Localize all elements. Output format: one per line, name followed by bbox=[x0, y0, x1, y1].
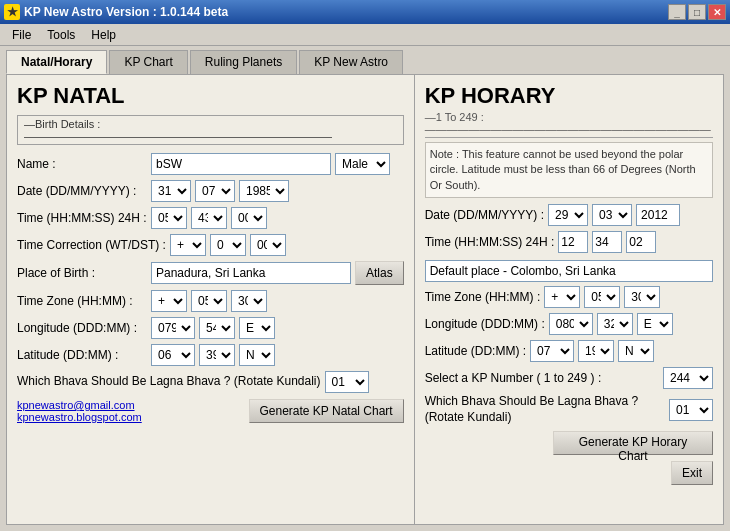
h-lon-dir-select[interactable]: E W bbox=[637, 313, 673, 335]
close-button[interactable]: ✕ bbox=[708, 4, 726, 20]
blog-link[interactable]: kpnewastro.blogspot.com bbox=[17, 411, 142, 423]
time-row: Time (HH:MM:SS) 24H : 05 43 00 bbox=[17, 207, 404, 229]
kp-number-label: Select a KP Number ( 1 to 249 ) : bbox=[425, 371, 659, 385]
h-date-year-input[interactable] bbox=[636, 204, 680, 226]
menu-file[interactable]: File bbox=[4, 26, 39, 44]
atlas-button[interactable]: Atlas bbox=[355, 261, 404, 285]
h-date-month-select[interactable]: 03 bbox=[592, 204, 632, 226]
time-mm-select[interactable]: 43 bbox=[191, 207, 227, 229]
lon-dir-select[interactable]: E W bbox=[239, 317, 275, 339]
h-lon-label: Longitude (DDD:MM) : bbox=[425, 317, 545, 331]
h-time-ss-input[interactable] bbox=[626, 231, 656, 253]
natal-title: KP NATAL bbox=[17, 83, 404, 109]
lat-dir-select[interactable]: N S bbox=[239, 344, 275, 366]
name-label: Name : bbox=[17, 157, 147, 171]
h-date-label: Date (DD/MM/YYYY) : bbox=[425, 208, 544, 222]
natal-panel: KP NATAL —Birth Details :———————————————… bbox=[7, 75, 415, 524]
h-tz-hh-select[interactable]: 05 bbox=[584, 286, 620, 308]
main-content: KP NATAL —Birth Details :———————————————… bbox=[6, 74, 724, 525]
minimize-button[interactable]: _ bbox=[668, 4, 686, 20]
horary-title: KP HORARY bbox=[425, 83, 713, 109]
bhava-select[interactable]: 01 bbox=[325, 371, 369, 393]
h-bhava-row: Which Bhava Should Be Lagna Bhava ? (Rot… bbox=[425, 394, 713, 425]
email-link[interactable]: kpnewastro@gmail.com bbox=[17, 399, 142, 411]
time-ss-select[interactable]: 00 bbox=[231, 207, 267, 229]
date-row: Date (DD/MM/YYYY) : 31 07 1985 bbox=[17, 180, 404, 202]
exit-button[interactable]: Exit bbox=[671, 461, 713, 485]
h-tz-sign-select[interactable]: + - bbox=[544, 286, 580, 308]
longitude-label: Longitude (DDD:MM) : bbox=[17, 321, 147, 335]
menu-tools[interactable]: Tools bbox=[39, 26, 83, 44]
time-correction-label: Time Correction (WT/DST) : bbox=[17, 238, 166, 252]
name-row: Name : Male Female bbox=[17, 153, 404, 175]
h-tz-mm-select[interactable]: 30 bbox=[624, 286, 660, 308]
tz-hh-select[interactable]: 05 bbox=[191, 290, 227, 312]
tab-kp-new-astro[interactable]: KP New Astro bbox=[299, 50, 403, 74]
generate-natal-button[interactable]: Generate KP Natal Chart bbox=[249, 399, 404, 423]
menu-help[interactable]: Help bbox=[83, 26, 124, 44]
place-row: Place of Birth : Atlas bbox=[17, 261, 404, 285]
date-year-select[interactable]: 1985 bbox=[239, 180, 289, 202]
menu-bar: File Tools Help bbox=[0, 24, 730, 46]
tab-kp-chart[interactable]: KP Chart bbox=[109, 50, 187, 74]
h-lon-deg-select[interactable]: 080 bbox=[549, 313, 593, 335]
date-day-select[interactable]: 31 bbox=[151, 180, 191, 202]
time-correction-row: Time Correction (WT/DST) : + - 0 00 bbox=[17, 234, 404, 256]
h-lat-dir-select[interactable]: N S bbox=[618, 340, 654, 362]
tc-hours-select[interactable]: 0 bbox=[210, 234, 246, 256]
tab-bar: Natal/Horary KP Chart Ruling Planets KP … bbox=[0, 46, 730, 74]
tc-sign-select[interactable]: + - bbox=[170, 234, 206, 256]
h-lat-deg-select[interactable]: 07 bbox=[530, 340, 574, 362]
timezone-label: Time Zone (HH:MM) : bbox=[17, 294, 147, 308]
h-lat-row: Latitude (DD:MM) : 07 19 N S bbox=[425, 340, 713, 362]
exit-row: Exit bbox=[425, 461, 713, 485]
title-bar: ★ KP New Astro Version : 1.0.144 beta _ … bbox=[0, 0, 730, 24]
links-section: kpnewastro@gmail.com kpnewastro.blogspot… bbox=[17, 399, 142, 423]
lon-min-select[interactable]: 54 bbox=[199, 317, 235, 339]
timezone-row: Time Zone (HH:MM) : + - 05 30 bbox=[17, 290, 404, 312]
title-buttons: _ □ ✕ bbox=[668, 4, 726, 20]
h-time-label: Time (HH:MM:SS) 24H : bbox=[425, 235, 555, 249]
latitude-label: Latitude (DD:MM) : bbox=[17, 348, 147, 362]
horary-panel: KP HORARY —1 To 249 :———————————————————… bbox=[415, 75, 723, 524]
h-tz-label: Time Zone (HH:MM) : bbox=[425, 290, 541, 304]
bottom-row: kpnewastro@gmail.com kpnewastro.blogspot… bbox=[17, 399, 404, 423]
h-lat-min-select[interactable]: 19 bbox=[578, 340, 614, 362]
time-hh-select[interactable]: 05 bbox=[151, 207, 187, 229]
lat-deg-select[interactable]: 06 bbox=[151, 344, 195, 366]
h-date-day-select[interactable]: 29 bbox=[548, 204, 588, 226]
generate-horary-row: Generate KP Horary Chart bbox=[425, 431, 713, 455]
h-bhava-label: Which Bhava Should Be Lagna Bhava ? (Rot… bbox=[425, 394, 665, 425]
maximize-button[interactable]: □ bbox=[688, 4, 706, 20]
h-lon-min-select[interactable]: 32 bbox=[597, 313, 633, 335]
default-place-input[interactable] bbox=[425, 260, 713, 282]
tab-natal-horary[interactable]: Natal/Horary bbox=[6, 50, 107, 74]
birth-details-header: —Birth Details :————————————————————————… bbox=[17, 115, 404, 145]
bhava-row: Which Bhava Should Be Lagna Bhava ? (Rot… bbox=[17, 371, 404, 393]
h-time-hh-input[interactable] bbox=[558, 231, 588, 253]
place-label: Place of Birth : bbox=[17, 266, 147, 280]
lon-deg-select[interactable]: 079 bbox=[151, 317, 195, 339]
longitude-row: Longitude (DDD:MM) : 079 54 E W bbox=[17, 317, 404, 339]
generate-horary-button[interactable]: Generate KP Horary Chart bbox=[553, 431, 713, 455]
h-date-row: Date (DD/MM/YYYY) : 29 03 bbox=[425, 204, 713, 226]
kp-number-row: Select a KP Number ( 1 to 249 ) : 244 bbox=[425, 367, 713, 389]
place-input[interactable] bbox=[151, 262, 351, 284]
tc-minutes-select[interactable]: 00 bbox=[250, 234, 286, 256]
h-bhava-select[interactable]: 01 bbox=[669, 399, 713, 421]
lat-min-select[interactable]: 39 bbox=[199, 344, 235, 366]
date-month-select[interactable]: 07 bbox=[195, 180, 235, 202]
latitude-row: Latitude (DD:MM) : 06 39 N S bbox=[17, 344, 404, 366]
bhava-label: Which Bhava Should Be Lagna Bhava ? (Rot… bbox=[17, 374, 321, 390]
h-time-mm-input[interactable] bbox=[592, 231, 622, 253]
horary-note: Note : This feature cannot be used beyon… bbox=[425, 142, 713, 198]
app-icon: ★ bbox=[4, 4, 20, 20]
tz-sign-select[interactable]: + - bbox=[151, 290, 187, 312]
tab-ruling-planets[interactable]: Ruling Planets bbox=[190, 50, 297, 74]
gender-select[interactable]: Male Female bbox=[335, 153, 390, 175]
tz-mm-select[interactable]: 30 bbox=[231, 290, 267, 312]
date-label: Date (DD/MM/YYYY) : bbox=[17, 184, 147, 198]
kp-number-select[interactable]: 244 bbox=[663, 367, 713, 389]
name-input[interactable] bbox=[151, 153, 331, 175]
app-title: KP New Astro Version : 1.0.144 beta bbox=[24, 5, 228, 19]
